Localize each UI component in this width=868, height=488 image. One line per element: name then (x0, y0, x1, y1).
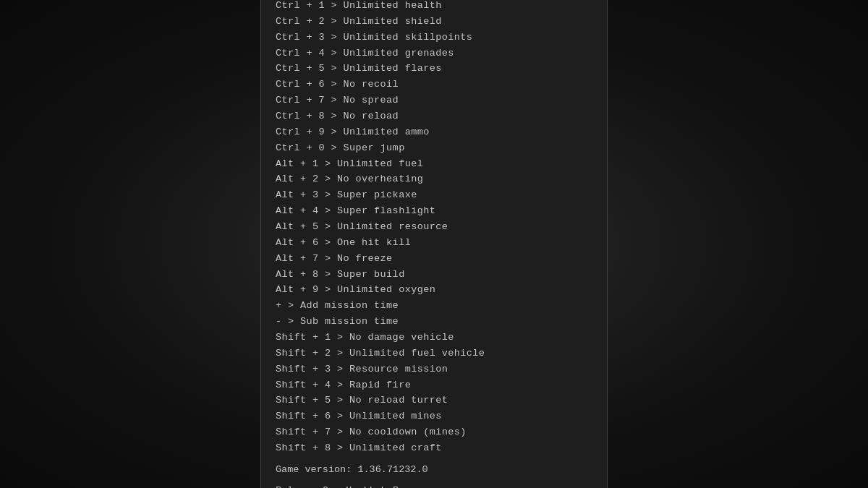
cheat-panel: Deep Rock Galactic Ctrl + 1 > Unlimited … (260, 0, 608, 488)
cheat-item: Alt + 3 > Super pickaxe (276, 187, 590, 203)
cheat-item: Ctrl + 3 > Unlimited skillpoints (276, 30, 590, 46)
cheat-item: Ctrl + 0 > Super jump (276, 140, 590, 156)
cheat-item: Alt + 7 > No freeze (276, 251, 590, 267)
cheat-item: Alt + 8 > Super build (276, 267, 590, 283)
cheat-item: Shift + 4 > Rapid fire (276, 377, 590, 393)
cheat-item: Ctrl + 5 > Unlimited flares (276, 61, 590, 77)
cheat-item: Shift + 5 > No reload turret (276, 393, 590, 408)
cheat-item: Shift + 8 > Unlimited craft (276, 440, 590, 456)
cheat-item: Ctrl + 4 > Unlimited grenades (276, 46, 590, 61)
cheat-item: Alt + 5 > Unlimited resource (276, 219, 590, 235)
cheat-item: Shift + 2 > Unlimited fuel vehicle (276, 346, 590, 361)
cheat-list: Ctrl + 1 > Unlimited healthCtrl + 2 > Un… (276, 0, 590, 156)
version-text: Game version: 1.36.71232.0 (276, 462, 590, 478)
cheat-item: Alt + 1 > Unlimited fuel (276, 156, 590, 172)
cheat-item: Shift + 3 > Resource mission (276, 361, 590, 377)
cheat-item: Alt + 4 > Super flashlight (276, 203, 590, 219)
cheat-item: Ctrl + 2 > Unlimited shield (276, 14, 590, 30)
cheat-item: Shift + 1 > No damage vehicle (276, 330, 590, 346)
cheat-item: Ctrl + 8 > No reload (276, 108, 590, 124)
cheat-item: Alt + 2 > No overheating (276, 171, 590, 187)
cheat-item: Alt + 9 > Unlimited oxygen (276, 282, 590, 298)
cheat-item: Ctrl + 7 > No spread (276, 93, 590, 108)
cheat-list-shift: Shift + 1 > No damage vehicleShift + 2 >… (276, 330, 590, 456)
cheat-list-alt: Alt + 1 > Unlimited fuelAlt + 2 > No ove… (276, 156, 590, 330)
cheat-item: - > Sub mission time (276, 314, 590, 330)
cheat-item: Shift + 7 > No cooldown (mines) (276, 424, 590, 440)
cheat-item: Ctrl + 1 > Unlimited health (276, 0, 590, 14)
cheat-item: Ctrl + 6 > No recoil (276, 77, 590, 93)
cheat-item: Alt + 6 > One hit kill (276, 235, 590, 251)
release-text: Release GameHackLab.Ru (276, 483, 590, 488)
cheat-item: Shift + 6 > Unlimited mines (276, 408, 590, 424)
cheat-item: + > Add mission time (276, 298, 590, 314)
cheat-item: Ctrl + 9 > Unlimited ammo (276, 124, 590, 140)
